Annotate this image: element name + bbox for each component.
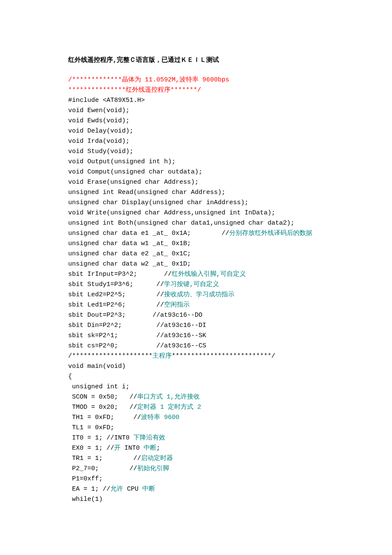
code-segment: 定时器 1 定时方式 2 [137, 404, 201, 411]
code-line: { [68, 372, 392, 382]
code-segment: TL1 = 0xFD; [68, 424, 114, 431]
code-segment: sbit Led1=P2^6; // [68, 301, 164, 309]
code-line: void Comput(unsigned char outdata); [68, 167, 392, 177]
code-segment: void Write(unsigned char Address,unsigne… [68, 209, 275, 217]
code-line: TH1 = 0xFD; //波特率 9600 [68, 413, 392, 423]
code-line: TR1 = 1; //启动定时器 [68, 454, 392, 464]
code-line: P1=0xff; [68, 474, 392, 484]
code-segment: 波特率 9600 [141, 414, 179, 421]
code-segment: void Output(unsigned int h); [68, 158, 176, 165]
code-line: TL1 = 0xFD; [68, 423, 392, 433]
code-segment: ; [156, 445, 160, 452]
code-segment: TMOD = 0x20; // [68, 404, 137, 411]
code-segment: /*************晶体为 11.0592M,波特率 9600bps [68, 76, 229, 84]
code-line: sbit Din=P2^2; //at93c16--DI [68, 321, 392, 331]
code-line: P2_7=0; //初始化引脚 [68, 464, 392, 474]
code-line: TMOD = 0x20; //定时器 1 定时方式 2 [68, 402, 392, 413]
code-segment: unsigned int Read(unsigned char Address)… [68, 189, 225, 196]
code-segment: void Irda(void); [68, 138, 130, 145]
code-segment: void main(void) [68, 363, 126, 370]
code-segment: 红外线输入引脚,可自定义 [172, 271, 246, 278]
code-segment: unsigned char data w2 _at_ 0x1D; [68, 260, 191, 268]
code-segment: sbit Dout=P2^3; //at93c16--DO [68, 312, 202, 319]
code-segment: ***************红外线遥控程序*******/ [68, 87, 201, 94]
code-line: unsigned int Both(unsigned char data1,un… [68, 218, 392, 228]
code-segment: void Comput(unsigned char outdata); [68, 168, 202, 176]
code-line: unsigned int i; [68, 382, 392, 392]
code-segment: sbit IrInput=P3^2; // [68, 271, 172, 278]
code-segment: 学习按键,可自定义 [164, 281, 219, 288]
code-line: void Ewds(void); [68, 116, 392, 126]
code-segment: /********************* [68, 353, 153, 360]
code-line: SCON = 0x50; //串口方式 1,允许接收 [68, 392, 392, 402]
code-segment: while(1) [68, 496, 103, 503]
code-segment: sbit cs=P2^0; //at93c16--CS [68, 342, 206, 350]
code-segment: sbit Led2=P2^5; // [68, 291, 164, 298]
code-segment: IT0 = 1; //INT0 [68, 434, 133, 442]
code-line: unsigned char data w2 _at_ 0x1D; [68, 259, 392, 269]
code-line: unsigned char data e2 _at_ 0x1C; [68, 249, 392, 259]
code-segment: 中断 [142, 486, 155, 493]
code-segment: unsigned char data e1 _at_ 0x1A; // [68, 230, 229, 237]
document-page: 红外线遥控程序,完整Ｃ语言版，已通过ＫＥＩＬ测试 /*************晶… [0, 0, 392, 555]
code-segment: 开 [114, 445, 124, 452]
code-segment: { [68, 373, 72, 380]
code-segment: sbit Study1=P3^6; // [68, 281, 164, 288]
code-segment: 初始化引脚 [137, 465, 169, 472]
code-line: EA = 1; //允许 CPU 中断 [68, 484, 392, 494]
code-segment: #include <AT89X51.H> [68, 97, 145, 104]
code-line: unsigned char Display(unsigned char inAd… [68, 198, 392, 208]
code-line: unsigned char data w1 _at_ 0x1B; [68, 239, 392, 249]
code-line: void Ewen(void); [68, 106, 392, 116]
code-line: #include <AT89X51.H> [68, 95, 392, 106]
code-segment: unsigned char data e2 _at_ 0x1C; [68, 250, 191, 257]
code-segment: 启动定时器 [141, 455, 173, 462]
code-segment: TH1 = 0xFD; // [68, 414, 141, 421]
code-segment: sbit sk=P2^1; //at93c16--SK [68, 332, 206, 339]
code-segment: unsigned char Display(unsigned char inAd… [68, 199, 248, 206]
code-line: /*************晶体为 11.0592M,波特率 9600bps [68, 75, 392, 85]
code-line: unsigned int Read(unsigned char Address)… [68, 188, 392, 198]
code-line: IT0 = 1; //INT0 下降沿有效 [68, 433, 392, 443]
code-line: void Delay(void); [68, 126, 392, 136]
code-segment: void Ewen(void); [68, 107, 130, 114]
code-line: ***************红外线遥控程序*******/ [68, 85, 392, 95]
code-segment: 下降沿有效 [133, 434, 165, 442]
code-segment: EX0 = 1; // [68, 445, 114, 452]
code-segment: 允许 [110, 486, 127, 493]
code-line: void main(void) [68, 361, 392, 372]
code-line: sbit Led1=P2^6; //空闲指示 [68, 300, 392, 310]
code-line: sbit Led2=P2^5; //接收成功、学习成功指示 [68, 290, 392, 300]
code-line: sbit Dout=P2^3; //at93c16--DO [68, 310, 392, 321]
code-line: while(1) [68, 494, 392, 505]
code-segment: unsigned char data w1 _at_ 0x1B; [68, 240, 191, 247]
code-line: sbit Study1=P3^6; //学习按键,可自定义 [68, 280, 392, 290]
code-segment: 接收成功、学习成功指示 [164, 291, 234, 298]
code-segment: TR1 = 1; // [68, 455, 141, 462]
code-line: void Write(unsigned char Address,unsigne… [68, 208, 392, 218]
code-segment: EA = 1; // [68, 486, 110, 493]
code-segment: sbit Din=P2^2; //at93c16--DI [68, 322, 206, 329]
code-segment: **************************/ [172, 353, 275, 360]
code-segment: 串口方式 1,允许接收 [137, 393, 200, 401]
code-segment: CPU [127, 486, 142, 493]
code-line: void Study(void); [68, 147, 392, 157]
code-block: /*************晶体为 11.0592M,波特率 9600bps**… [68, 75, 392, 505]
document-title: 红外线遥控程序,完整Ｃ语言版，已通过ＫＥＩＬ测试 [68, 55, 392, 66]
code-segment: 空闲指示 [164, 301, 190, 309]
code-segment: unsigned int i; [68, 383, 130, 390]
code-segment: unsigned int Both(unsigned char data1,un… [68, 220, 294, 227]
code-segment: void Study(void); [68, 148, 133, 155]
code-segment: 主程序 [153, 353, 172, 360]
code-line: /*********************主程序***************… [68, 351, 392, 361]
code-segment: P2_7=0; // [68, 465, 137, 472]
code-segment: 中断 [144, 445, 156, 452]
code-segment: void Erase(unsigned char Address); [68, 179, 199, 186]
code-line: sbit sk=P2^1; //at93c16--SK [68, 331, 392, 341]
code-line: EX0 = 1; //开 INT0 中断; [68, 443, 392, 454]
code-segment: 分别存放红外线译码后的数据 [229, 230, 312, 237]
code-segment: INT0 [124, 445, 144, 452]
code-segment: void Ewds(void); [68, 117, 130, 124]
code-segment: P1=0xff; [68, 475, 103, 483]
code-line: unsigned char data e1 _at_ 0x1A; //分别存放红… [68, 228, 392, 239]
